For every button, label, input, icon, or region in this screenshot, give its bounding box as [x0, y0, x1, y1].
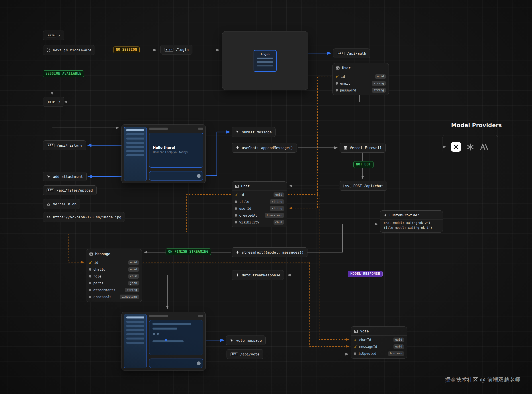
provider-config-line: title-model: xai("grok-1"): [380, 225, 443, 230]
api-tag: API: [47, 188, 54, 192]
sparkle-icon: [235, 146, 240, 150]
cursor-icon: [47, 175, 51, 179]
greeting-subtitle: How can I help you today?: [153, 150, 203, 154]
edge-root-chatui: [52, 107, 119, 128]
table-row: createdAt timestamp: [86, 293, 142, 300]
service-label: Vercel Blob: [53, 202, 76, 206]
table-row: role enum: [86, 273, 142, 280]
table-row: chatId uuid: [351, 337, 407, 343]
key-icon: [89, 261, 92, 264]
edge-streamtext-provider: [307, 224, 378, 252]
field-icon: [89, 296, 91, 298]
input-skeleton: [257, 57, 273, 59]
key-icon: [336, 75, 339, 78]
table-row: email string: [333, 80, 389, 87]
chat-sidebar-skeleton: [124, 314, 147, 368]
chat-messages-panel: [149, 320, 203, 355]
thumb-up-icon: [153, 333, 155, 335]
field-icon: [336, 89, 338, 92]
http-tag: HTTP: [164, 48, 174, 52]
chat-input-skeleton: [149, 171, 203, 181]
architecture-diagram: HTTP / Next.js Middleware NO SESSION HTT…: [0, 0, 532, 394]
api-tag: API: [230, 352, 238, 356]
http-tag: HTTP: [47, 34, 56, 37]
model-response-badge: MODEL RESPONSE: [348, 271, 383, 277]
field-icon: [235, 214, 237, 217]
table-row: password string: [333, 87, 389, 94]
edge-datastream-chatui2: [167, 275, 231, 309]
chat-input-skeleton: [149, 358, 203, 368]
field-icon: [235, 200, 237, 203]
route-root-top-node: HTTP /: [43, 31, 64, 40]
vercel-blob-node: Vercel Blob: [43, 199, 80, 209]
streamtext-node: streamText({model, messages}): [232, 247, 307, 257]
xai-logo-icon: [451, 142, 461, 152]
http-tag: HTTP: [47, 100, 56, 104]
table-title: Chat: [241, 184, 250, 188]
provider-title: CustomProvider: [390, 213, 419, 217]
api-tag: API: [337, 52, 345, 55]
key-icon: [235, 193, 238, 197]
field-icon: [336, 82, 338, 85]
api-files-upload-node: API /api/files/upload: [43, 185, 97, 195]
send-button-skeleton: [197, 361, 201, 365]
provider-config-line: chat-model: xai("grok-2"): [380, 220, 443, 225]
model-providers-title: Model Providers: [451, 122, 502, 129]
firewall-icon: [343, 146, 348, 150]
action-label: useChat: appendMessage(): [242, 146, 293, 150]
api-history-node: API /api/history: [43, 140, 86, 150]
message-skeleton: [153, 327, 177, 330]
table-row: visibility enum: [232, 219, 287, 226]
action-label: submit message: [242, 130, 272, 134]
table-icon: [235, 184, 239, 188]
sparkle-icon: [383, 213, 387, 217]
vote-actions-skeleton: [153, 333, 203, 335]
field-icon: [354, 352, 356, 355]
edge-provider-models: [411, 147, 446, 210]
vote-message-node: vote message: [226, 336, 266, 345]
key-icon: [354, 345, 357, 348]
vercel-firewall-node: Vercel Firewall: [340, 143, 386, 153]
blob-url-node: https://vc-blob-123.sh/image.jpg: [43, 212, 125, 222]
sparkle-icon: [235, 273, 240, 277]
api-label: POST /api/chat: [353, 184, 383, 188]
api-label: /api/vote: [240, 352, 260, 356]
middleware-node: Next.js Middleware: [43, 45, 95, 55]
submit-message-node: submit message: [232, 127, 275, 137]
service-label: Vercel Firewall: [350, 146, 382, 150]
middleware-label: Next.js Middleware: [53, 48, 91, 52]
sparkle-icon: [235, 250, 240, 254]
cursor-icon: [230, 338, 234, 343]
not-bot-badge: NOT BOT: [353, 161, 374, 168]
relation-user-chat: [289, 76, 331, 208]
table-row: isUpvoted boolean: [351, 350, 407, 357]
table-row: attachments string: [86, 287, 142, 293]
table-row: parts json: [86, 280, 142, 287]
chat-ui-preview-2: [121, 312, 206, 371]
chat-sidebar-skeleton: [124, 127, 147, 181]
api-label: /api/files/upload: [57, 188, 93, 192]
login-screen-preview: Login: [222, 31, 308, 90]
api-label: /api/auth: [347, 51, 366, 56]
table-row: id uuid: [86, 259, 142, 266]
table-row: userId string: [232, 205, 287, 212]
edge-models-datastream: [288, 137, 468, 275]
api-tag: API: [343, 184, 351, 188]
field-icon: [89, 289, 91, 291]
vote-connection-dot: [165, 339, 167, 341]
table-row: chatId uuid: [86, 266, 142, 273]
table-title: User: [342, 66, 351, 70]
table-title: Message: [95, 252, 110, 256]
usechat-node: useChat: appendMessage(): [232, 143, 297, 153]
table-row: id uuid: [333, 73, 389, 80]
datastream-response-node: dataStreamResponse: [232, 270, 284, 280]
custom-provider-card: CustomProvider chat-model: xai("grok-2")…: [380, 210, 443, 233]
route-label: /login: [176, 48, 189, 52]
field-icon: [235, 221, 237, 223]
route-root-mid-node: HTTP /: [43, 97, 64, 107]
no-session-badge: NO SESSION: [113, 47, 140, 53]
cursor-icon: [235, 130, 240, 134]
anthropic-logo-icon: [479, 144, 489, 150]
url-label: https://vc-blob-123.sh/image.jpg: [53, 215, 121, 219]
table-icon: [89, 252, 93, 256]
